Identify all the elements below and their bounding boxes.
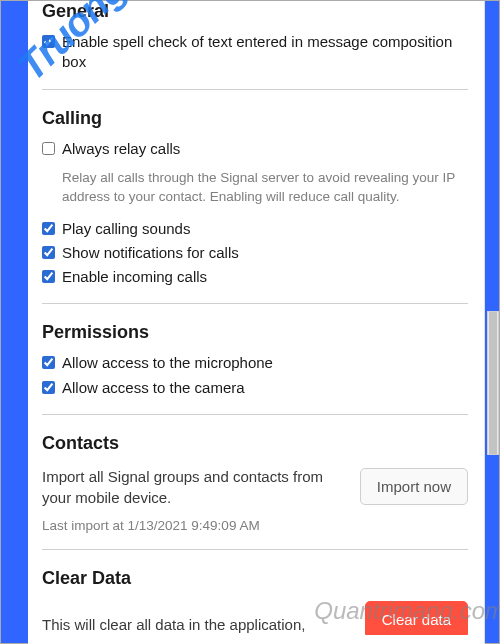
divider [42,89,468,90]
relay-description: Relay all calls through the Signal serve… [62,169,468,207]
section-title-contacts: Contacts [42,433,468,454]
clear-data-description: This will clear all data in the applicat… [42,614,353,635]
mic-row: Allow access to the microphone [42,353,468,373]
divider [42,303,468,304]
notify-label[interactable]: Show notifications for calls [62,243,239,263]
section-title-calling: Calling [42,108,468,129]
section-title-permissions: Permissions [42,322,468,343]
sounds-row: Play calling sounds [42,219,468,239]
section-title-general: General [42,1,468,22]
section-title-clear-data: Clear Data [42,568,468,589]
spellcheck-checkbox[interactable] [42,35,55,48]
relay-label[interactable]: Always relay calls [62,139,180,159]
settings-panel: General Enable spell check of text enter… [28,1,485,644]
relay-checkbox[interactable] [42,142,55,155]
relay-row: Always relay calls [42,139,468,159]
incoming-row: Enable incoming calls [42,267,468,287]
scrollbar-track[interactable] [487,311,499,455]
incoming-checkbox[interactable] [42,270,55,283]
cam-row: Allow access to the camera [42,378,468,398]
cam-checkbox[interactable] [42,381,55,394]
last-import-timestamp: Last import at 1/13/2021 9:49:09 AM [42,518,468,533]
contacts-description: Import all Signal groups and contacts fr… [42,466,348,508]
divider [42,549,468,550]
spellcheck-label[interactable]: Enable spell check of text entered in me… [62,32,468,73]
contacts-import-row: Import all Signal groups and contacts fr… [42,466,468,508]
sounds-checkbox[interactable] [42,222,55,235]
clear-data-row: This will clear all data in the applicat… [42,601,468,635]
clear-data-button[interactable]: Clear data [365,601,468,635]
divider [42,414,468,415]
notify-checkbox[interactable] [42,246,55,259]
notify-row: Show notifications for calls [42,243,468,263]
settings-content: General Enable spell check of text enter… [28,1,484,635]
mic-checkbox[interactable] [42,356,55,369]
sounds-label[interactable]: Play calling sounds [62,219,190,239]
import-now-button[interactable]: Import now [360,468,468,505]
spellcheck-row: Enable spell check of text entered in me… [42,32,468,73]
mic-label[interactable]: Allow access to the microphone [62,353,273,373]
cam-label[interactable]: Allow access to the camera [62,378,245,398]
app-background: General Enable spell check of text enter… [0,0,500,644]
scrollbar-thumb[interactable] [489,312,497,454]
incoming-label[interactable]: Enable incoming calls [62,267,207,287]
